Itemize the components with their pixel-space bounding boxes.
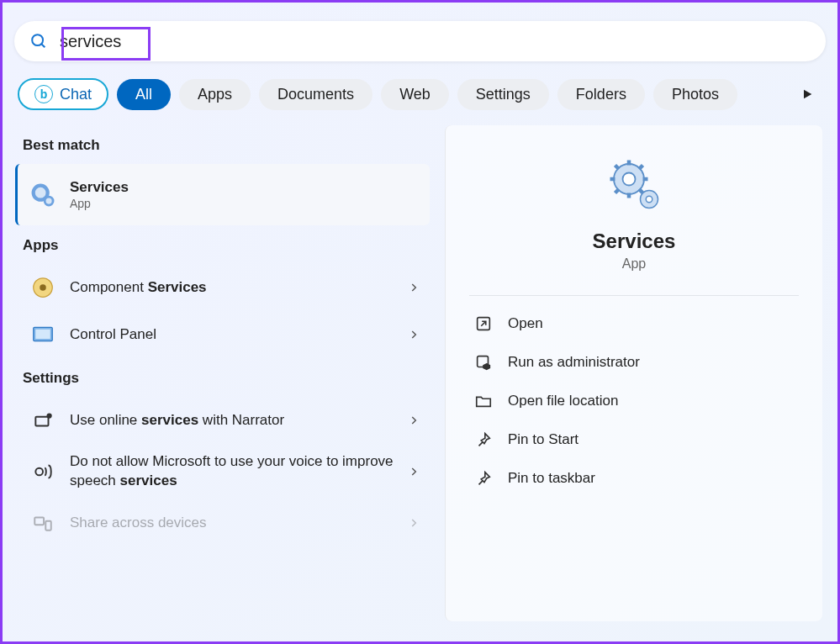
detail-panel: Services App Open Run as administrator O… (445, 125, 822, 621)
detail-subtitle: App (622, 256, 646, 272)
detail-header: Services App (469, 145, 799, 296)
svg-point-14 (623, 173, 636, 186)
narrator-icon (28, 405, 58, 435)
result-best-match[interactable]: Services App (15, 164, 430, 225)
svg-point-5 (40, 284, 46, 291)
action-label: Run as administrator (508, 354, 640, 371)
action-open[interactable]: Open (469, 314, 799, 333)
bing-icon: b (34, 85, 53, 103)
component-services-icon (28, 272, 58, 303)
detail-title: Services (593, 230, 676, 253)
action-label: Pin to taskbar (508, 470, 595, 487)
folder-icon (474, 392, 493, 410)
filter-web[interactable]: Web (381, 79, 449, 110)
results-panel: Best match Services App Apps Component S… (18, 125, 430, 621)
chevron-right-icon (408, 282, 420, 293)
result-share-devices[interactable]: Share across devices (18, 499, 430, 546)
chevron-right-icon (408, 517, 420, 529)
result-component-services[interactable]: Component Services (18, 264, 430, 311)
chat-pill[interactable]: b Chat (18, 78, 108, 110)
svg-point-0 (32, 34, 43, 45)
admin-icon (474, 353, 493, 372)
filter-settings[interactable]: Settings (457, 79, 549, 110)
action-pin-start[interactable]: Pin to Start (469, 430, 799, 449)
search-icon (29, 32, 48, 50)
chevron-right-icon (408, 329, 420, 340)
svg-rect-8 (35, 417, 48, 426)
section-apps-title: Apps (23, 237, 425, 254)
action-label: Pin to Start (508, 431, 578, 448)
svg-rect-11 (34, 517, 44, 525)
svg-point-9 (47, 414, 50, 417)
filter-documents[interactable]: Documents (259, 79, 372, 110)
svg-point-10 (35, 468, 43, 476)
result-bold: Services (148, 279, 207, 295)
result-prefix: Do not allow Microsoft to use your voice… (70, 453, 394, 488)
result-narrator-services[interactable]: Use online services with Narrator (18, 397, 430, 444)
result-label: Share across devices (70, 515, 396, 531)
speech-icon (28, 457, 58, 487)
result-label: Control Panel (70, 326, 396, 343)
result-prefix: Component (70, 279, 148, 295)
filter-apps[interactable]: Apps (179, 79, 251, 110)
section-best-match-title: Best match (23, 137, 425, 154)
main-content: Best match Services App Apps Component S… (3, 125, 837, 621)
svg-rect-7 (35, 330, 50, 339)
action-run-admin[interactable]: Run as administrator (469, 353, 799, 372)
svg-point-16 (646, 196, 652, 203)
open-icon (474, 314, 493, 333)
more-filters-icon[interactable] (800, 87, 814, 101)
search-bar[interactable] (14, 21, 826, 61)
chevron-right-icon (408, 466, 420, 478)
result-title: Services (70, 179, 129, 195)
chevron-right-icon (408, 414, 420, 426)
svg-rect-12 (45, 521, 51, 531)
filter-all[interactable]: All (117, 79, 171, 110)
services-icon (28, 180, 58, 210)
section-settings-title: Settings (23, 370, 425, 387)
action-pin-taskbar[interactable]: Pin to taskbar (469, 469, 799, 488)
result-suffix: with Narrator (198, 412, 284, 428)
share-icon (28, 508, 58, 538)
control-panel-icon (28, 319, 58, 350)
pin-icon (474, 469, 493, 488)
filter-photos[interactable]: Photos (653, 79, 737, 110)
result-subtitle: App (70, 197, 420, 210)
action-label: Open file location (508, 393, 618, 409)
result-speech-services[interactable]: Do not allow Microsoft to use your voice… (18, 444, 430, 499)
pin-icon (474, 430, 493, 449)
result-prefix: Use online (70, 412, 141, 428)
svg-line-1 (41, 44, 45, 47)
result-bold: services (141, 412, 198, 428)
services-large-icon (604, 154, 664, 214)
action-label: Open (508, 315, 543, 332)
search-input[interactable] (55, 29, 811, 55)
result-control-panel[interactable]: Control Panel (18, 311, 430, 358)
svg-point-3 (45, 197, 53, 205)
filter-folders[interactable]: Folders (557, 79, 645, 110)
chat-label: Chat (60, 86, 92, 103)
action-open-location[interactable]: Open file location (469, 392, 799, 410)
actions-list: Open Run as administrator Open file loca… (469, 296, 799, 488)
result-bold: services (120, 472, 177, 488)
filter-row: b Chat All Apps Documents Web Settings F… (3, 71, 837, 125)
